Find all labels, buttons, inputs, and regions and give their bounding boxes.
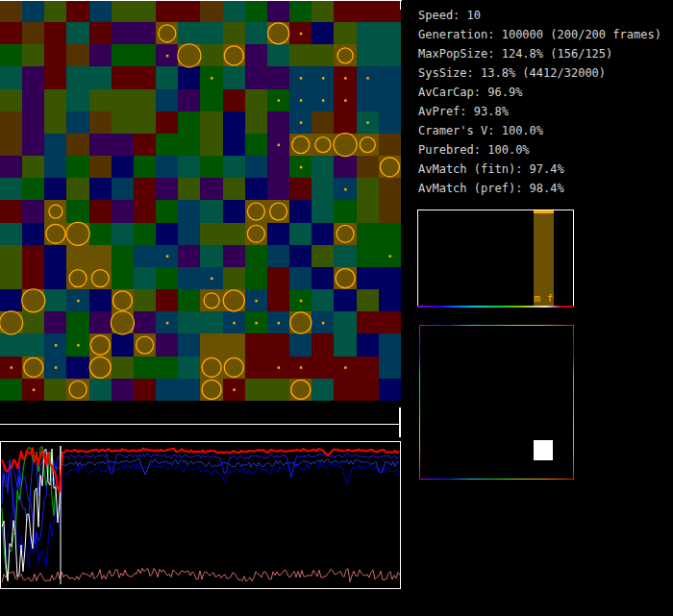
world-cell (379, 134, 401, 156)
world-cell (66, 134, 88, 156)
world-cell (22, 134, 44, 156)
world-cell (379, 111, 401, 134)
stat-line: AvMatch (fitn): 97.4% (418, 160, 661, 179)
world-cell (134, 200, 156, 222)
world-cell (357, 379, 379, 401)
world-cell (267, 66, 289, 88)
world-cell (289, 134, 312, 156)
grid-border-tick (400, 0, 401, 10)
world-cell (312, 267, 334, 289)
world-cell (66, 66, 88, 88)
world-cell (89, 44, 112, 66)
world-cell (0, 267, 22, 289)
world-cell (156, 267, 178, 289)
simulation-window: Speed: 10Generation: 100000 (200/200 fra… (0, 0, 673, 616)
world-cell (156, 22, 178, 44)
world-cell (112, 178, 134, 200)
world-cell (312, 200, 334, 222)
world-cell (112, 289, 134, 311)
world-cell (312, 178, 334, 200)
frame-scrubber-handle[interactable] (399, 407, 401, 437)
world-cell (379, 289, 401, 311)
frame-scrubber-track (0, 424, 400, 425)
world-cell (178, 245, 200, 267)
world-cell (289, 357, 312, 379)
world-cell (245, 156, 267, 178)
world-cell (223, 379, 245, 401)
world-cell (66, 156, 88, 178)
world-cell (22, 357, 44, 379)
world-cell (245, 311, 267, 333)
world-cell (357, 267, 379, 289)
world-cell (312, 89, 334, 111)
world-cell (0, 289, 22, 311)
world-cell (245, 44, 267, 66)
stat-line: Purebred: 100.0% (418, 140, 661, 160)
world-cell (334, 22, 356, 44)
world-cell (245, 111, 267, 134)
world-cell (223, 44, 245, 66)
world-cell (357, 200, 379, 222)
world-cell (156, 89, 178, 111)
world-cell (267, 22, 289, 44)
world-cell (223, 66, 245, 88)
world-cell (200, 200, 222, 222)
world-cell (267, 111, 289, 134)
world-cell (22, 89, 44, 111)
world-cell (334, 379, 356, 401)
world-cell (66, 44, 88, 66)
world-cell (89, 379, 112, 401)
world-cell (22, 66, 44, 88)
world-cell (156, 66, 178, 88)
stat-line: Cramer's V: 100.0% (418, 121, 661, 140)
world-cell (156, 311, 178, 333)
world-cell (312, 379, 334, 401)
world-cell (0, 0, 22, 22)
world-cell (267, 44, 289, 66)
world-cell (178, 267, 200, 289)
world-cell (22, 22, 44, 44)
world-cell (44, 134, 66, 156)
world-cell (379, 156, 401, 178)
world-cell (379, 357, 401, 379)
world-cell (112, 333, 134, 356)
world-cell (156, 0, 178, 22)
stat-line: Generation: 100000 (200/200 frames) (418, 25, 661, 44)
world-cell (334, 111, 356, 134)
world-cell (379, 379, 401, 401)
world-cell (22, 223, 44, 245)
world-cell (112, 357, 134, 379)
world-cell (156, 357, 178, 379)
world-cell (379, 245, 401, 267)
world-cell (334, 178, 356, 200)
world-cell (44, 357, 66, 379)
world-cell (334, 200, 356, 222)
world-cell (289, 223, 312, 245)
histogram-bar: m f (534, 210, 554, 306)
stat-line: AvMatch (pref): 98.4% (418, 179, 661, 198)
world-cell (200, 22, 222, 44)
population-trait-marker (534, 440, 553, 460)
world-cell (112, 379, 134, 401)
world-cell (223, 156, 245, 178)
world-cell (0, 44, 22, 66)
world-cell (223, 289, 245, 311)
world-cell (357, 245, 379, 267)
world-cell (267, 200, 289, 222)
world-cell (312, 311, 334, 333)
world-cell (134, 156, 156, 178)
world-cell (334, 0, 356, 22)
world-cell (134, 178, 156, 200)
world-cell (357, 0, 379, 22)
world-cell (223, 134, 245, 156)
world-cell (357, 44, 379, 66)
world-cell (66, 267, 88, 289)
world-cell (0, 333, 22, 356)
world-cell (156, 134, 178, 156)
world-cell (66, 245, 88, 267)
male-female-label: m f (534, 292, 554, 305)
chart-series-salmon (2, 568, 400, 582)
world-cell (134, 333, 156, 356)
world-cell (379, 22, 401, 44)
world-cell (66, 178, 88, 200)
